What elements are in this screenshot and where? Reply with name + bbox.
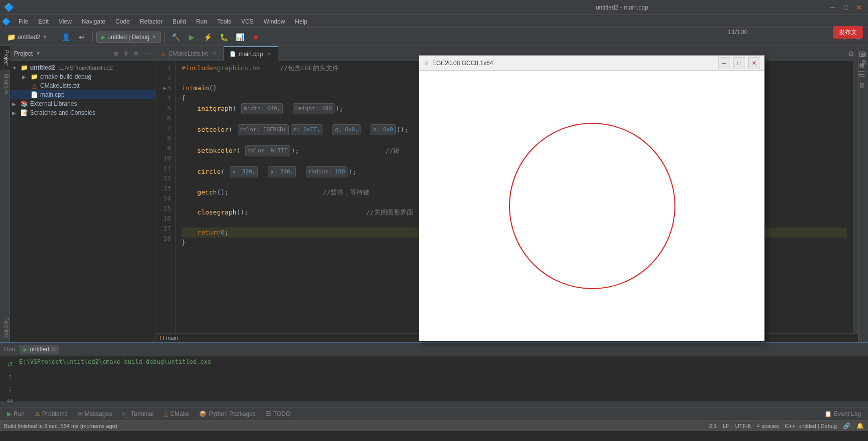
todo-label: TODO: [273, 410, 290, 417]
toolbar-stop-btn[interactable]: ■: [249, 30, 263, 44]
tab-cmake-close[interactable]: ✕: [211, 50, 217, 57]
run-header: Run: ▶ untitled ✕: [0, 343, 868, 356]
toolbar-back-btn[interactable]: ↩: [75, 30, 89, 44]
menu-tools[interactable]: Tools: [213, 17, 235, 27]
publish-button[interactable]: 发布文: [833, 26, 863, 39]
side-tabs: Project Structure Favorites: [0, 46, 10, 342]
bottom-tab-cmake[interactable]: △ CMake: [158, 409, 194, 419]
tree-main-cpp[interactable]: ▶ 📄 main.cpp: [10, 90, 155, 99]
right-icons: ⊞ 模块 ☰ 目录: [856, 46, 867, 82]
ege-close-btn[interactable]: ✕: [748, 57, 760, 69]
run-tab[interactable]: ▶ untitled ✕: [20, 345, 59, 354]
menu-window[interactable]: Window: [260, 17, 289, 27]
right-modules-icon-btn[interactable]: ⊞ 模块: [856, 46, 867, 62]
tree-root-label: untitled2: [30, 64, 55, 71]
right-dir-icon-btn[interactable]: ☰ 目录: [856, 67, 867, 82]
ege-minimize-btn[interactable]: ─: [718, 57, 730, 69]
menu-file[interactable]: File: [15, 17, 32, 27]
tree-scratches[interactable]: ▶ 📝 Scratches and Consoles: [10, 108, 155, 117]
tab-main-close[interactable]: ✕: [266, 50, 272, 58]
bottom-tab-messages[interactable]: ✉ Messages: [73, 409, 117, 419]
event-log-btn[interactable]: 📋 Event Log: [819, 409, 866, 419]
tree-scratches-label: Scratches and Consoles: [30, 109, 95, 116]
bottom-tab-run[interactable]: ▶ Run: [2, 409, 30, 419]
modules-icon: ⊞: [858, 49, 865, 59]
run-up-btn[interactable]: ↑: [5, 371, 15, 381]
menu-bar: 🔷 File Edit View Navigate Code Refactor …: [0, 15, 868, 28]
toolbar-sep-1: [55, 32, 55, 42]
panel-settings-btn[interactable]: ⚙: [132, 49, 140, 58]
project-tree: ▼ 📁 untitled2 E:\VSProject\untitled2 ▶ 📁…: [10, 61, 155, 342]
line-num-15: 15: [155, 203, 171, 213]
minimize-button[interactable]: ─: [828, 3, 838, 13]
bottom-tab-python[interactable]: 📦 Python Packages: [194, 409, 260, 419]
bottom-tab-terminal[interactable]: >_ Terminal: [117, 409, 158, 419]
side-tab-favorites[interactable]: Favorites: [0, 313, 10, 342]
menu-vcs[interactable]: VCS: [237, 17, 258, 27]
cursor-position[interactable]: 2:1: [709, 423, 717, 429]
ege-window: 🖥 EGE20.08 GCC8.1x64 ─ □ ✕: [419, 55, 765, 341]
maximize-button[interactable]: □: [841, 3, 851, 13]
panel-scope-btn[interactable]: ⊕: [112, 49, 119, 58]
bottom-tab-problems[interactable]: ⚠ Problems: [30, 409, 73, 419]
toolbar-profile-btn[interactable]: 📊: [233, 30, 247, 44]
panel-scroll-btn[interactable]: ⇕: [122, 49, 129, 58]
menu-build[interactable]: Build: [168, 17, 190, 27]
ege-title: EGE20.08 GCC8.1x64: [432, 60, 715, 67]
side-tab-spacer: [0, 98, 10, 313]
tab-cmake[interactable]: △ CMakeLists.txt ✕: [155, 46, 224, 61]
line-num-18: 18: [155, 234, 171, 244]
tree-cmake-arrow: ▶: [22, 74, 28, 80]
tree-cmake-lists[interactable]: ▶ △ CMakeLists.txt: [10, 81, 155, 90]
toolbar-debug-btn[interactable]: 🐛: [217, 30, 231, 44]
panel-minimize-btn[interactable]: —: [143, 49, 151, 58]
run-exe-path: E:\VSProject\untitled2\cmake-build-debug…: [19, 358, 211, 365]
menu-view[interactable]: View: [55, 17, 76, 27]
run-wrap-btn[interactable]: ⇔: [5, 395, 15, 405]
menu-navigate[interactable]: Navigate: [78, 17, 109, 27]
run-restart-btn[interactable]: ↺: [5, 359, 15, 369]
toolbar-git-btn[interactable]: 👤: [59, 30, 73, 44]
ege-maximize-btn[interactable]: □: [733, 57, 745, 69]
menu-refactor[interactable]: Refactor: [136, 17, 166, 27]
ege-titlebar: 🖥 EGE20.08 GCC8.1x64 ─ □ ✕: [419, 56, 764, 71]
tab-cpp-icon: 📄: [230, 51, 236, 57]
debug-config-selector[interactable]: ▶ untitled | Debug ▼: [96, 32, 161, 43]
toolbar-run-btn[interactable]: ▶: [185, 30, 199, 44]
line-num-9: 9: [155, 143, 171, 153]
line-num-5: 5: [155, 103, 171, 113]
editor-scrollbar[interactable]: [853, 61, 858, 333]
line-separator[interactable]: LF: [723, 423, 729, 429]
toolbar-project-btn[interactable]: 📁 untitled2 ▼: [3, 30, 51, 44]
menu-run[interactable]: Run: [192, 17, 211, 27]
side-tab-structure[interactable]: Structure: [0, 70, 10, 98]
encoding[interactable]: UTF-8: [735, 423, 751, 429]
tab-main-cpp[interactable]: 📄 main.cpp ✕: [224, 46, 279, 61]
tree-cmake-build[interactable]: ▶ 📁 cmake-build-debug: [10, 72, 155, 81]
tree-ext-arrow: ▶: [12, 101, 18, 107]
run-tab-close[interactable]: ✕: [51, 347, 55, 352]
language-info[interactable]: C++: untitled | Debug: [785, 423, 837, 429]
menu-code[interactable]: Code: [111, 17, 134, 27]
function-icon: f: [159, 335, 161, 341]
line-num-4: 4: [155, 93, 171, 103]
tab-main-label: main.cpp: [239, 51, 263, 58]
bottom-tab-todo[interactable]: ☰ TODO: [261, 409, 295, 419]
menu-edit[interactable]: Edit: [34, 17, 53, 27]
cmake-icon: △: [163, 410, 168, 417]
side-tab-project[interactable]: Project: [0, 46, 10, 70]
tree-external-libs[interactable]: ▶ 📚 External Libraries: [10, 99, 155, 108]
line-num-2: 2: [155, 73, 171, 83]
close-button[interactable]: ✕: [854, 3, 864, 13]
tree-scratches-icon: 📝: [20, 109, 28, 116]
toolbar-build-btn[interactable]: 🔨: [168, 30, 183, 44]
menu-help[interactable]: Help: [291, 17, 311, 27]
toolbar-coverage-btn[interactable]: ⚡: [201, 30, 215, 44]
line-num-17: 17: [155, 224, 171, 234]
tree-scratches-arrow: ▶: [12, 110, 18, 116]
run-down-btn[interactable]: ↓: [5, 383, 15, 393]
indent-info[interactable]: 4 spaces: [757, 423, 779, 429]
messages-icon: ✉: [78, 410, 83, 417]
title-bar-controls: ─ □ ✕: [828, 3, 864, 13]
tree-root-project[interactable]: ▼ 📁 untitled2 E:\VSProject\untitled2: [10, 63, 155, 72]
